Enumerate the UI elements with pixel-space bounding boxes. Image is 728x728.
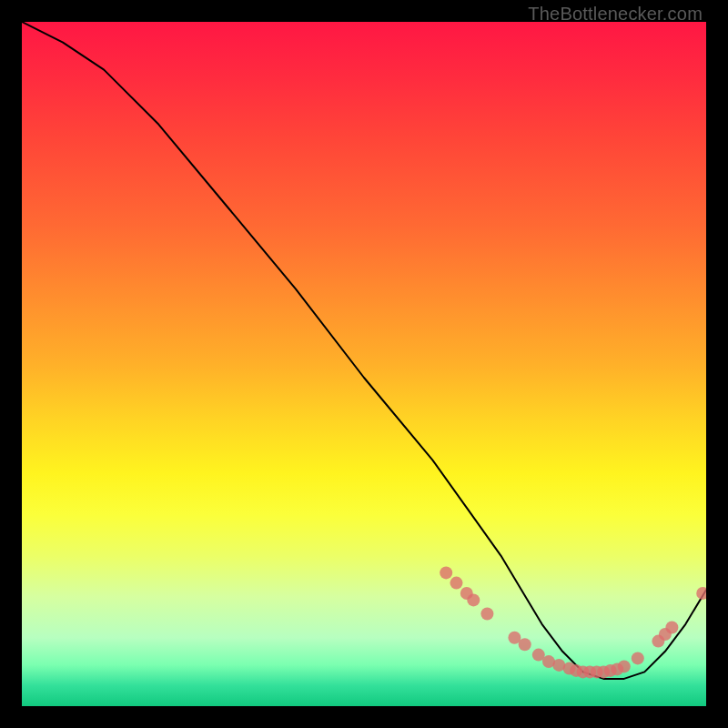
data-marker — [450, 577, 463, 590]
chart-svg — [22, 22, 706, 706]
plot-area — [22, 22, 706, 706]
curve-path — [22, 22, 706, 679]
data-marker — [519, 638, 531, 651]
curve-layer — [22, 22, 706, 679]
data-marker — [618, 660, 631, 672]
data-marker — [632, 652, 644, 664]
data-marker — [480, 608, 493, 621]
data-marker — [467, 593, 480, 606]
data-marker — [440, 566, 452, 579]
chart-frame: TheBottlenecker.com — [0, 0, 728, 728]
data-marker — [696, 587, 706, 600]
data-marker — [665, 622, 678, 634]
